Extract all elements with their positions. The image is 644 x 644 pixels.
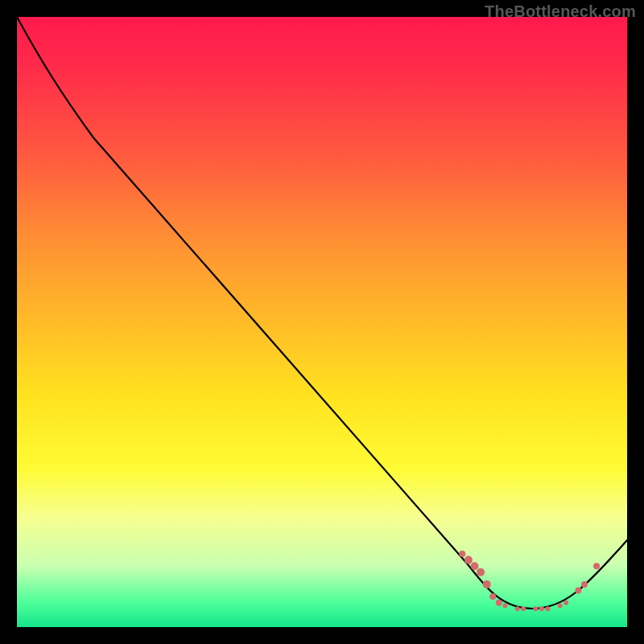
- data-point: [575, 588, 581, 594]
- data-point: [539, 606, 544, 611]
- data-point: [483, 580, 491, 588]
- data-point: [502, 604, 507, 609]
- chart-svg: [17, 17, 627, 627]
- bottleneck-curve: [17, 17, 627, 609]
- data-point: [464, 556, 473, 564]
- data-point: [533, 606, 538, 611]
- data-point: [521, 606, 526, 611]
- data-point: [564, 601, 568, 605]
- data-point: [477, 568, 485, 576]
- data-point: [489, 593, 496, 600]
- chart-container: TheBottleneck.com: [0, 0, 644, 644]
- watermark: TheBottleneck.com: [485, 3, 636, 19]
- data-point: [459, 551, 465, 557]
- data-point: [496, 600, 502, 606]
- data-point: [546, 606, 551, 611]
- data-point: [558, 604, 563, 609]
- data-point: [471, 562, 479, 570]
- data-point: [515, 606, 520, 611]
- data-point: [593, 563, 600, 569]
- data-point: [581, 581, 588, 588]
